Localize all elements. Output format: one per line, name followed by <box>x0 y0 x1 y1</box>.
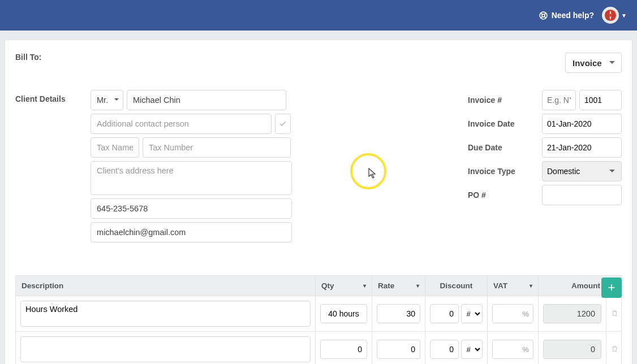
trash-icon <box>611 345 618 353</box>
line-description-input[interactable] <box>20 336 311 362</box>
po-number-label: PO # <box>468 190 539 200</box>
invoice-number-label: Invoice # <box>468 96 539 105</box>
invoice-date-label: Invoice Date <box>468 119 539 128</box>
add-line-button[interactable]: + <box>601 278 622 298</box>
tax-number-input[interactable] <box>143 137 291 158</box>
confirm-contact-button[interactable] <box>275 114 291 134</box>
line-items-table: Description Qty▾ Rate▾ Discount VAT▾ Amo… <box>15 275 622 364</box>
caret-down-icon: ▼ <box>621 12 627 19</box>
client-email-input[interactable] <box>91 222 292 242</box>
th-discount: Discount <box>425 276 488 296</box>
line-discount-type-select[interactable]: # <box>461 304 483 323</box>
table-row: # <box>16 296 621 331</box>
chevron-down-icon: ▾ <box>530 283 532 289</box>
line-vat-input[interactable] <box>492 340 533 359</box>
line-discount-input[interactable] <box>430 304 459 323</box>
po-number-input[interactable] <box>542 185 622 205</box>
top-bar: Need help? ▼ <box>0 0 637 31</box>
table-row: # <box>16 331 621 364</box>
th-qty[interactable]: Qty▾ <box>316 276 372 296</box>
line-rate-input[interactable] <box>377 340 420 359</box>
line-qty-input[interactable] <box>320 304 367 323</box>
line-rate-input[interactable] <box>377 304 420 323</box>
svg-line-2 <box>540 12 542 14</box>
line-discount-type-select[interactable]: # <box>461 340 483 359</box>
th-rate[interactable]: Rate▾ <box>372 276 425 296</box>
delete-line-button[interactable] <box>611 309 618 319</box>
chevron-down-icon: ▾ <box>416 283 419 289</box>
table-header: Description Qty▾ Rate▾ Discount VAT▾ Amo… <box>16 276 621 296</box>
th-description: Description <box>16 276 316 296</box>
trash-icon <box>611 309 618 317</box>
check-icon <box>279 120 287 128</box>
need-help-link[interactable]: Need help? <box>539 11 594 20</box>
svg-point-1 <box>542 14 545 17</box>
client-phone-input[interactable] <box>91 198 292 219</box>
client-title-select[interactable]: Mr. <box>91 90 123 110</box>
need-help-label: Need help? <box>552 11 594 20</box>
invoice-type-label: Invoice Type <box>468 167 539 176</box>
bill-to-label: Bill To: <box>15 53 41 62</box>
invoice-date-input[interactable] <box>542 114 622 134</box>
line-vat-input[interactable] <box>492 304 533 323</box>
due-date-label: Due Date <box>468 143 539 152</box>
th-vat[interactable]: VAT▾ <box>488 276 539 296</box>
user-menu[interactable]: ▼ <box>602 7 627 24</box>
line-amount-output <box>543 340 601 359</box>
invoice-type-select[interactable]: Domestic <box>542 161 622 181</box>
client-details-label: Client Details <box>15 90 80 242</box>
line-amount-output <box>543 304 601 323</box>
svg-line-4 <box>540 16 542 18</box>
user-avatar <box>602 7 619 24</box>
client-address-input[interactable] <box>91 161 292 195</box>
line-description-input[interactable] <box>20 301 311 327</box>
line-qty-input[interactable] <box>320 340 367 359</box>
client-name-input[interactable] <box>127 90 286 110</box>
plus-icon: + <box>608 280 616 295</box>
svg-line-5 <box>544 16 546 18</box>
th-amount: Amount <box>539 276 606 296</box>
svg-line-3 <box>544 12 546 14</box>
due-date-input[interactable] <box>542 137 622 158</box>
invoice-form: Bill To: Invoice Client Details Mr. <box>5 40 632 364</box>
invoice-prefix-input[interactable] <box>542 90 576 110</box>
chevron-down-icon: ▾ <box>363 283 366 289</box>
line-discount-input[interactable] <box>430 340 459 359</box>
delete-line-button[interactable] <box>611 345 618 354</box>
invoice-number-input[interactable] <box>579 90 622 110</box>
document-type-select[interactable]: Invoice <box>565 53 622 73</box>
tax-name-input[interactable] <box>91 137 139 158</box>
lifebuoy-icon <box>539 11 548 20</box>
additional-contact-input[interactable] <box>91 114 272 134</box>
